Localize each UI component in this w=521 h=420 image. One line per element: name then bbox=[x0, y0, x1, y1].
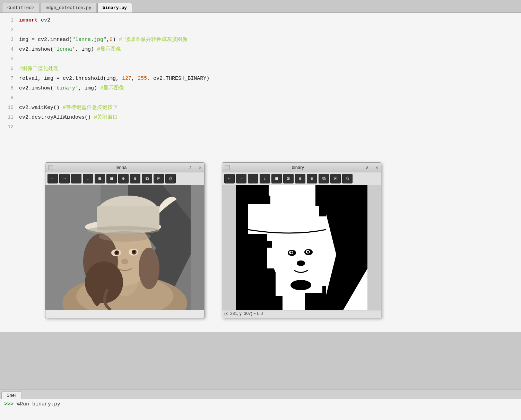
svg-point-39 bbox=[297, 260, 305, 266]
line-number: 8 bbox=[0, 84, 19, 93]
svg-rect-42 bbox=[305, 293, 324, 310]
tab-untitled[interactable]: <untitled> bbox=[2, 3, 40, 12]
lenna-zoomout-btn[interactable]: ⊖ bbox=[130, 174, 140, 183]
binary-copy-btn[interactable]: ⧉ bbox=[319, 174, 329, 183]
svg-rect-41 bbox=[248, 296, 283, 310]
lenna-view1-btn[interactable]: ⊞ bbox=[95, 174, 105, 183]
binary-back-btn[interactable]: ← bbox=[224, 174, 235, 183]
line-number: 4 bbox=[0, 45, 19, 54]
code-line: 8cv2.imshow('binary', img) #显示图像 bbox=[0, 84, 521, 94]
binary-forward-btn[interactable]: → bbox=[236, 174, 246, 183]
line-number: 12 bbox=[0, 123, 19, 131]
lenna-print-btn[interactable]: ⎙ bbox=[165, 174, 176, 183]
lenna-view2-btn[interactable]: ⊡ bbox=[106, 174, 117, 183]
svg-rect-45 bbox=[322, 286, 326, 310]
lenna-toolbar: ← → ↑ ↓ ⊞ ⊡ ⊕ ⊖ ⧉ ⎘ ⎙ bbox=[45, 172, 204, 185]
binary-paste-btn[interactable]: ⎘ bbox=[330, 174, 341, 183]
svg-point-22 bbox=[99, 231, 151, 242]
code-line: 6#图像二值化处理 bbox=[0, 65, 521, 74]
shell-command: %Run binary.py bbox=[14, 401, 60, 407]
shell-prompt: >>> bbox=[4, 401, 14, 407]
lenna-minimize[interactable]: _ bbox=[194, 165, 197, 170]
svg-rect-27 bbox=[248, 203, 326, 234]
svg-point-20 bbox=[132, 250, 135, 253]
binary-view1-btn[interactable]: ⊞ bbox=[271, 174, 282, 183]
code-text: cv2.destroyAllWindows() #关闭窗口 bbox=[19, 113, 118, 122]
code-line: 10cv2.waitKey() #等待键盘任意按键按下 bbox=[0, 103, 521, 113]
lenna-copy-btn[interactable]: ⧉ bbox=[142, 174, 152, 183]
binary-toolbar: ← → ↑ ↓ ⊞ ⊡ ⊕ ⊖ ⧉ ⎘ ⎙ bbox=[222, 172, 381, 185]
code-line: 9 bbox=[0, 94, 521, 103]
svg-point-38 bbox=[307, 251, 309, 253]
code-line: 4cv2.imshow('lenna', img) #显示图像 bbox=[0, 45, 521, 55]
tab-bar: <untitled> edge_detection.py binary.py bbox=[0, 0, 521, 13]
code-text: img = cv2.imread("lenna.jpg",0) # 读取图像并转… bbox=[19, 35, 188, 44]
binary-maximize[interactable]: ∧ bbox=[366, 165, 369, 170]
binary-display bbox=[222, 185, 381, 310]
line-number: 9 bbox=[0, 94, 19, 102]
svg-rect-47 bbox=[267, 241, 272, 248]
lenna-window-icon bbox=[48, 165, 53, 170]
binary-print-btn[interactable]: ⎙ bbox=[342, 174, 353, 183]
code-text: #图像二值化处理 bbox=[19, 65, 59, 74]
code-line: 5 bbox=[0, 55, 521, 65]
lenna-up-btn[interactable]: ↑ bbox=[71, 174, 81, 183]
tab-edge-detection[interactable]: edge_detection.py bbox=[40, 3, 97, 12]
binary-down-btn[interactable]: ↓ bbox=[260, 174, 270, 183]
binary-titlebar: binary ∧ _ ✕ bbox=[222, 163, 381, 172]
lenna-zoomin-btn[interactable]: ⊕ bbox=[118, 174, 129, 183]
code-text bbox=[19, 123, 22, 132]
line-number: 5 bbox=[0, 55, 19, 63]
image-windows-container: lenna ∧ _ ✕ ← → ↑ ↓ ⊞ ⊡ ⊕ ⊖ ⧉ ⎘ ⎙ bbox=[0, 162, 521, 318]
svg-point-14 bbox=[139, 248, 159, 289]
lenna-maximize[interactable]: ∧ bbox=[189, 165, 192, 170]
code-text: retval, img = cv2.threshold(img, 127, 25… bbox=[19, 74, 209, 83]
shell-content: >>> %Run binary.py bbox=[0, 399, 521, 409]
binary-up-btn[interactable]: ↑ bbox=[248, 174, 258, 183]
lenna-titlebar: lenna ∧ _ ✕ bbox=[45, 163, 204, 172]
lenna-down-btn[interactable]: ↓ bbox=[83, 174, 93, 183]
line-number: 7 bbox=[0, 75, 19, 83]
binary-title: binary bbox=[292, 165, 304, 170]
lenna-paste-btn[interactable]: ⎘ bbox=[154, 174, 164, 183]
svg-point-19 bbox=[115, 251, 118, 254]
code-line: 3img = cv2.imread("lenna.jpg",0) # 读取图像并… bbox=[0, 35, 521, 45]
svg-rect-44 bbox=[319, 203, 326, 216]
code-line: 1import cv2 bbox=[0, 16, 521, 26]
binary-image bbox=[236, 185, 367, 310]
line-number: 2 bbox=[0, 26, 19, 34]
line-number: 3 bbox=[0, 36, 19, 44]
line-number: 10 bbox=[0, 104, 19, 112]
svg-rect-29 bbox=[260, 196, 270, 204]
code-text: cv2.imshow('lenna', img) #显示图像 bbox=[19, 45, 121, 54]
binary-view2-btn[interactable]: ⊡ bbox=[283, 174, 294, 183]
lenna-forward-btn[interactable]: → bbox=[59, 174, 70, 183]
line-number: 6 bbox=[0, 65, 19, 73]
binary-window-icon bbox=[225, 165, 230, 170]
lenna-controls: ∧ _ ✕ bbox=[189, 165, 201, 170]
tab-binary-py[interactable]: binary.py bbox=[97, 3, 132, 12]
code-text bbox=[19, 55, 22, 64]
lenna-close[interactable]: ✕ bbox=[199, 165, 201, 170]
binary-close[interactable]: ✕ bbox=[375, 165, 378, 170]
svg-point-21 bbox=[121, 259, 128, 264]
binary-zoomin-btn[interactable]: ⊕ bbox=[295, 174, 305, 183]
code-line: 11cv2.destroyAllWindows() #关闭窗口 bbox=[0, 113, 521, 123]
code-text: cv2.waitKey() #等待键盘任意按键按下 bbox=[19, 103, 118, 112]
shell-tab[interactable]: Shell bbox=[1, 391, 22, 399]
code-line: 7retval, img = cv2.threshold(img, 127, 2… bbox=[0, 74, 521, 84]
binary-controls: ∧ _ ✕ bbox=[366, 165, 378, 170]
binary-zoomout-btn[interactable]: ⊖ bbox=[307, 174, 317, 183]
binary-minimize[interactable]: _ bbox=[371, 165, 373, 170]
svg-point-37 bbox=[290, 251, 293, 254]
code-line: 2 bbox=[0, 26, 521, 35]
code-container: 1import cv22 3img = cv2.imread("lenna.jp… bbox=[0, 13, 521, 135]
binary-statusbar: (x=231, y=307) ~ L:0 bbox=[222, 310, 381, 318]
code-text: cv2.imshow('binary', img) #显示图像 bbox=[19, 84, 124, 93]
lenna-back-btn[interactable]: ← bbox=[47, 174, 58, 183]
lenna-image bbox=[59, 185, 191, 310]
line-number: 1 bbox=[0, 16, 19, 25]
shell-tab-bar: Shell bbox=[0, 389, 521, 399]
lenna-display bbox=[45, 185, 204, 310]
code-text: import cv2 bbox=[19, 16, 50, 25]
